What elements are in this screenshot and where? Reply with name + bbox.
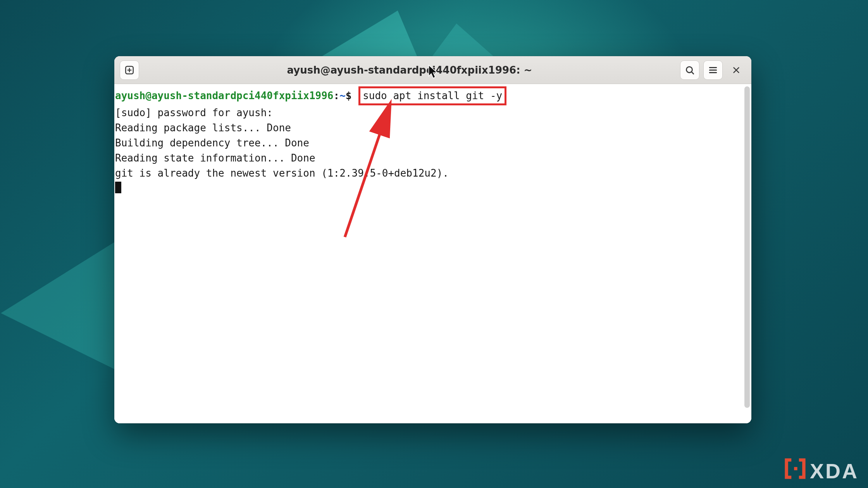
output-line: [sudo] password for ayush: [115, 107, 273, 119]
prompt-dollar: $ [346, 90, 352, 101]
prompt-separator: : [334, 90, 340, 101]
output-line: Reading state information... Done [115, 152, 315, 164]
output-line: Building dependency tree... Done [115, 137, 309, 149]
terminal-window: ayush@ayush-standardpci440fxpiix1996: ~ [114, 56, 751, 423]
prompt-user-host: ayush@ayush-standardpci440fxpiix1996 [115, 90, 334, 101]
hamburger-menu-button[interactable] [703, 60, 723, 80]
prompt-path: ~ [339, 90, 346, 101]
terminal-output[interactable]: ayush@ayush-standardpci440fxpiix1996:~$ … [114, 84, 743, 423]
svg-line-4 [691, 72, 693, 74]
output-line: Reading package lists... Done [115, 122, 291, 134]
svg-rect-13 [794, 467, 797, 470]
xda-watermark: XDA [784, 458, 859, 484]
terminal-cursor [115, 182, 121, 193]
new-tab-button[interactable] [120, 60, 139, 80]
terminal-scrollbar[interactable] [744, 86, 750, 408]
terminal-viewport[interactable]: ayush@ayush-standardpci440fxpiix1996:~$ … [114, 84, 751, 423]
command-highlight-box: sudo apt install git -y [358, 86, 506, 105]
close-icon [732, 66, 741, 74]
watermark-bracket-icon [784, 458, 806, 484]
hamburger-icon [708, 65, 718, 75]
close-window-button[interactable] [727, 60, 746, 80]
output-line: git is already the newest version (1:2.3… [115, 167, 449, 179]
plus-tab-icon [124, 65, 134, 75]
typed-command: sudo apt install git -y [363, 90, 502, 101]
search-icon [685, 65, 695, 75]
window-titlebar[interactable]: ayush@ayush-standardpci440fxpiix1996: ~ [114, 56, 751, 84]
watermark-text: XDA [810, 459, 859, 483]
window-title: ayush@ayush-standardpci440fxpiix1996: ~ [143, 64, 676, 76]
search-button[interactable] [680, 60, 699, 80]
